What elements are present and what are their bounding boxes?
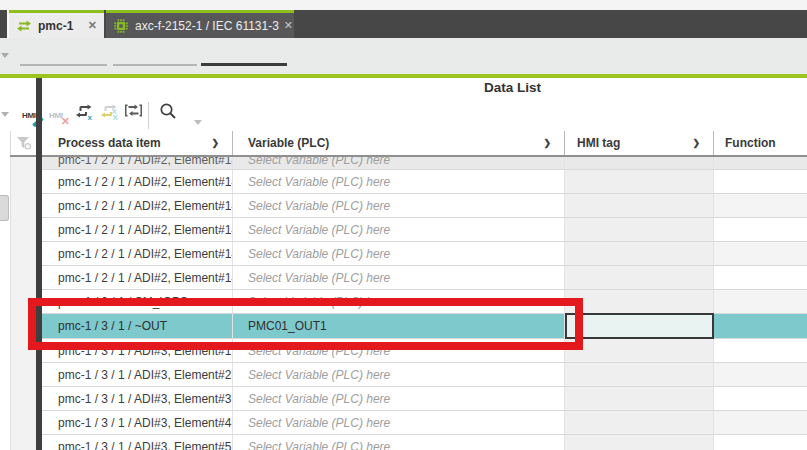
cell-hmi-tag[interactable] — [565, 194, 714, 217]
cell-variable-plc[interactable]: Select Variable (PLC) here — [233, 194, 565, 217]
filter-header-cell[interactable] — [10, 131, 38, 155]
column-filter-icon[interactable]: ❯ — [692, 138, 700, 148]
cell-function[interactable] — [714, 435, 807, 450]
cell-process-data-item[interactable]: pmc-1 / 3 / 1 / ADI#3, Element#3 — [42, 387, 233, 410]
cell-process-data-item[interactable]: pmc-1 / 2 / 1 / SM_IOPS — [42, 290, 233, 313]
column-label: Function — [725, 136, 776, 150]
collapsed-panel-handle[interactable] — [0, 195, 9, 221]
table-row[interactable]: pmc-1 / 2 / 1 / ADI#2, Element#140Select… — [42, 157, 807, 170]
data-grid-body: pmc-1 / 2 / 1 / ADI#2, Element#140Select… — [42, 157, 807, 450]
cell-hmi-tag[interactable] — [565, 218, 714, 241]
cell-hmi-tag[interactable] — [565, 157, 714, 169]
table-row[interactable]: pmc-1 / 3 / 1 / ADI#3, Element#3Select V… — [42, 387, 807, 411]
cell-hmi-tag[interactable] — [565, 290, 714, 313]
table-row[interactable]: pmc-1 / 2 / 1 / ADI#2, Element#141Select… — [42, 170, 807, 194]
cell-process-data-item[interactable]: pmc-1 / 2 / 1 / ADI#2, Element#143 — [42, 218, 233, 241]
cell-variable-plc[interactable]: Select Variable (PLC) here — [233, 387, 565, 410]
cell-function[interactable] — [714, 387, 807, 410]
cell-function[interactable] — [714, 363, 807, 386]
cell-process-data-item[interactable]: pmc-1 / 3 / 1 / ADI#3, Element#1 — [42, 339, 233, 362]
cell-function[interactable] — [714, 157, 807, 169]
table-row[interactable]: pmc-1 / 2 / 1 / ADI#2, Element#145Select… — [42, 266, 807, 290]
column-filter-icon[interactable]: ❯ — [543, 138, 551, 148]
search-icon — [159, 102, 181, 121]
cell-function[interactable] — [714, 290, 807, 313]
table-row[interactable]: pmc-1 / 3 / 1 / ADI#3, Element#2Select V… — [42, 363, 807, 387]
cell-function[interactable] — [714, 194, 807, 217]
cell-process-data-item[interactable]: pmc-1 / 3 / 1 / ADI#3, Element#2 — [42, 363, 233, 386]
cell-variable-plc[interactable]: Select Variable (PLC) here — [233, 363, 565, 386]
cell-hmi-tag[interactable] — [565, 170, 714, 193]
exchange-delete-button[interactable]: x — [75, 104, 97, 128]
table-row[interactable]: pmc-1 / 3 / 1 / ADI#3, Element#1Select V… — [42, 339, 807, 363]
column-header-process-data-item[interactable]: Process data item ❯ — [42, 131, 233, 155]
table-row[interactable]: pmc-1 / 2 / 1 / SM_IOPSSelect Variable (… — [42, 290, 807, 314]
column-label: Process data item — [58, 136, 161, 150]
cell-variable-plc[interactable]: Select Variable (PLC) here — [233, 411, 565, 434]
left-scroll-caret-icon[interactable] — [1, 112, 9, 117]
cell-function[interactable] — [714, 339, 807, 362]
cell-process-data-item[interactable]: pmc-1 / 3 / 1 / ADI#3, Element#4 — [42, 411, 233, 434]
tab-axc-f-2152-1[interactable]: axc-f-2152-1 / IEC 61131-3 ✕ — [106, 10, 294, 38]
cell-function[interactable] — [714, 314, 807, 338]
cell-variable-plc[interactable]: Select Variable (PLC) here — [233, 435, 565, 450]
exchange-delete-icon: x — [75, 104, 97, 121]
cell-process-data-item[interactable]: pmc-1 / 2 / 1 / ADI#2, Element#144 — [42, 242, 233, 265]
cell-process-data-item[interactable]: pmc-1 / 2 / 1 / ADI#2, Element#142 — [42, 194, 233, 217]
table-row[interactable]: pmc-1 / 2 / 1 / ADI#2, Element#144Select… — [42, 242, 807, 266]
cell-process-data-item[interactable]: pmc-1 / 3 / 1 / ~OUT — [42, 314, 233, 338]
cell-function[interactable] — [714, 242, 807, 265]
hmi-remove-button[interactable]: HMI✕ — [49, 104, 71, 128]
cell-hmi-tag[interactable] — [565, 411, 714, 434]
cell-process-data-item[interactable]: pmc-1 / 2 / 1 / ADI#2, Element#141 — [42, 170, 233, 193]
cell-hmi-tag[interactable] — [565, 242, 714, 265]
swap-arrows-icon — [16, 20, 32, 32]
placeholder-text: Select Variable (PLC) here — [248, 199, 390, 213]
cell-variable-plc[interactable]: Select Variable (PLC) here — [233, 170, 565, 193]
transfer-button[interactable] — [124, 104, 146, 128]
cell-hmi-tag[interactable] — [565, 266, 714, 289]
cell-process-data-item[interactable]: pmc-1 / 3 / 1 / ADI#3, Element#5 — [42, 435, 233, 450]
search-options-caret-icon[interactable] — [194, 120, 202, 125]
cell-text: pmc-1 / 3 / 1 / ADI#3, Element#2 — [58, 368, 231, 382]
app-window: pmc-1 ✕ axc-f-2152-1 / IEC 61131-3 ✕ — [0, 0, 807, 450]
cell-function[interactable] — [714, 218, 807, 241]
cell-process-data-item[interactable]: pmc-1 / 2 / 1 / ADI#2, Element#145 — [42, 266, 233, 289]
cell-function[interactable] — [714, 266, 807, 289]
cell-hmi-tag[interactable] — [565, 387, 714, 410]
cell-variable-plc[interactable]: Select Variable (PLC) here — [233, 339, 565, 362]
tab-gap — [7, 10, 9, 38]
cell-hmi-tag[interactable] — [565, 363, 714, 386]
close-icon[interactable]: ✕ — [83, 20, 97, 31]
exchange-delete-alt-button[interactable]: X X — [100, 104, 122, 128]
cell-variable-plc[interactable]: Select Variable (PLC) here — [233, 242, 565, 265]
cell-variable-plc[interactable]: Select Variable (PLC) here — [233, 290, 565, 313]
column-header-function[interactable]: Function — [714, 131, 807, 155]
cell-process-data-item[interactable]: pmc-1 / 2 / 1 / ADI#2, Element#140 — [42, 157, 233, 169]
cell-variable-plc[interactable]: Select Variable (PLC) here — [233, 218, 565, 241]
column-label: HMI tag — [577, 136, 620, 150]
cell-text: pmc-1 / 3 / 1 / ADI#3, Element#4 — [58, 416, 231, 430]
column-header-variable-plc[interactable]: Variable (PLC) ❯ — [233, 131, 565, 155]
table-row[interactable]: pmc-1 / 3 / 1 / ADI#3, Element#4Select V… — [42, 411, 807, 435]
cell-hmi-tag[interactable] — [565, 339, 714, 362]
cell-hmi-tag-focused[interactable] — [565, 313, 714, 339]
column-header-hmi-tag[interactable]: HMI tag ❯ — [565, 131, 714, 155]
table-row[interactable]: pmc-1 / 3 / 1 / ADI#3, Element#5Select V… — [42, 435, 807, 450]
column-filter-icon[interactable]: ❯ — [211, 138, 219, 148]
cell-variable-plc[interactable]: PMC01_OUT1 — [233, 314, 565, 338]
table-row[interactable]: pmc-1 / 3 / 1 / ~OUTPMC01_OUT1 — [42, 314, 807, 339]
cell-hmi-tag[interactable] — [565, 435, 714, 450]
cell-function[interactable] — [714, 411, 807, 434]
cell-function[interactable] — [714, 170, 807, 193]
overflow-caret-icon[interactable] — [1, 53, 9, 58]
row-selector-gutter[interactable] — [10, 157, 37, 450]
cell-variable-plc[interactable]: Select Variable (PLC) here — [233, 157, 565, 169]
cell-variable-plc[interactable]: Select Variable (PLC) here — [233, 266, 565, 289]
search-button[interactable] — [159, 102, 181, 126]
tab-pmc-1[interactable]: pmc-1 ✕ — [9, 10, 104, 38]
table-row[interactable]: pmc-1 / 2 / 1 / ADI#2, Element#143Select… — [42, 218, 807, 242]
table-row[interactable]: pmc-1 / 2 / 1 / ADI#2, Element#142Select… — [42, 194, 807, 218]
panel-splitter-bar[interactable] — [36, 78, 42, 450]
close-icon[interactable]: ✕ — [279, 20, 293, 31]
